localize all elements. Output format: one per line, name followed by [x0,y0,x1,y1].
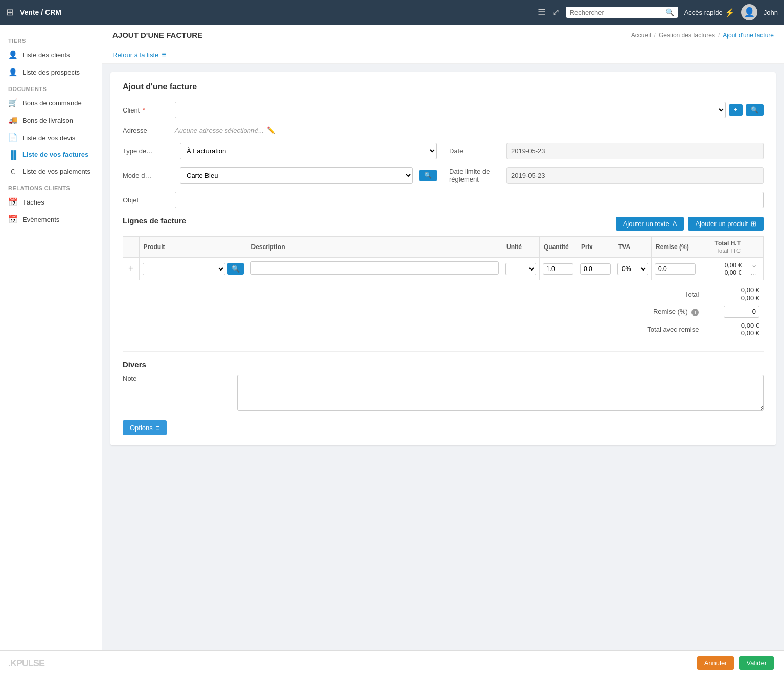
add-product-button[interactable]: Ajouter un produit ⊞ [688,217,764,231]
factures-icon: ▐▌ [8,150,17,159]
grid-icon[interactable]: ⊞ [6,7,14,18]
objet-input[interactable] [175,192,764,208]
sidebar-label-bons-commande: Bons de commande [22,99,82,107]
remise-input[interactable] [655,263,696,275]
col-total: Total H.T Total TTC [699,237,745,258]
divers-title: Divers [123,360,764,369]
row-total-cell: 0,00 € 0,00 € [699,258,745,280]
mode-search-button[interactable]: 🔍 [419,170,437,181]
sidebar-item-paiements[interactable]: € Liste de vos paiements [0,163,102,180]
product-select[interactable] [143,263,225,275]
sidebar-label-taches: Tâches [22,198,44,206]
cancel-button[interactable]: Annuler [697,656,734,670]
address-control: Aucune adresse sélectionné... ✏️ [175,126,764,134]
totals-table: Total 0,00 € 0,00 € Remise (%) i [620,284,764,339]
paiements-icon: € [8,167,17,176]
sidebar-item-clients[interactable]: 👤 Liste des clients [0,46,102,63]
remise-row: Remise (%) i [620,304,764,320]
note-textarea[interactable] [237,375,764,411]
date-input[interactable] [506,143,764,159]
sub-header: Retour à la liste ≡ [102,46,784,64]
table-header-row: Produit Description Unité Quantité Prix … [123,237,764,258]
global-remise-input[interactable] [724,306,759,318]
address-edit-icon[interactable]: ✏️ [267,126,275,134]
sidebar-label-evenements: Evènements [22,216,59,223]
type-col: Type de… À Facturation [123,143,437,159]
taches-icon: 📅 [8,197,17,207]
tva-select[interactable]: 0% [617,263,648,275]
avatar[interactable]: 👤 [741,4,757,20]
menu-icon[interactable]: ☰ [538,7,546,18]
options-label: Options [130,424,153,432]
sidebar-section-documents: DOCUMENTS 🛒 Bons de commande 🚚 Bons de l… [0,81,102,180]
totals-section: Total 0,00 € 0,00 € Remise (%) i [123,284,764,339]
sidebar-item-evenements[interactable]: 📅 Evènements [0,211,102,228]
product-search-button[interactable]: 🔍 [227,263,244,275]
quantity-input[interactable] [543,263,573,275]
sidebar-item-bons-livraison[interactable]: 🚚 Bons de livraison [0,111,102,129]
price-input[interactable] [580,263,611,275]
date-col: Date [449,143,764,159]
options-button[interactable]: Options ≡ [123,420,167,435]
breadcrumb-home[interactable]: Accueil [631,32,651,39]
clients-icon: 👤 [8,50,17,59]
unit-select[interactable] [505,263,536,275]
client-control: + 🔍 [175,102,764,118]
invoice-lines-section: Lignes de facture Ajouter un texte A Ajo… [123,216,764,339]
remise-info-icon: i [691,309,699,316]
search-input[interactable] [570,9,662,16]
description-input[interactable] [250,261,499,275]
evenements-icon: 📅 [8,215,17,224]
add-product-label: Ajouter un produit [695,220,748,228]
sidebar-item-bons-commande[interactable]: 🛒 Bons de commande [0,94,102,111]
sidebar-item-factures[interactable]: ▐▌ Liste de vos factures [0,146,102,163]
client-add-button[interactable]: + [729,104,743,116]
username: John [764,9,778,16]
text-icon: A [673,220,677,228]
sidebar-item-taches[interactable]: 📅 Tâches [0,193,102,211]
quick-access-label: Accès rapide [684,9,723,16]
add-text-button[interactable]: Ajouter un texte A [616,217,684,231]
bons-livraison-icon: 🚚 [8,116,17,125]
address-placeholder: Aucune adresse sélectionné... [175,127,264,134]
row-dots-icon[interactable]: ··· [751,271,757,278]
sidebar-item-devis[interactable]: 📄 Liste de vos devis [0,129,102,146]
devis-icon: 📄 [8,133,17,142]
col-row-actions [745,237,764,258]
breadcrumb-current[interactable]: Ajout d'une facture [723,32,774,39]
total-ht: 0,00 € 0,00 € [703,284,764,304]
note-label: Note [123,375,136,382]
back-link[interactable]: Retour à la liste ≡ [112,50,167,59]
col-quantity: Quantité [540,237,577,258]
footer-spacer [102,454,784,484]
client-search-button[interactable]: 🔍 [746,104,764,116]
page-title: AJOUT D'UNE FACTURE [112,31,202,39]
col-price: Prix [577,237,614,258]
mode-select[interactable]: Carte Bleu [180,167,413,184]
date-limit-input[interactable] [506,167,764,184]
required-star: * [141,106,145,114]
sidebar-label-devis: Liste de vos devis [22,134,75,142]
row-plus-button[interactable]: + [126,263,136,274]
invoice-table: Produit Description Unité Quantité Prix … [123,236,764,280]
type-select[interactable]: À Facturation [180,143,437,159]
sidebar-label-prospects: Liste des prospects [22,69,80,76]
mode-col: Mode d… Carte Bleu 🔍 [123,167,437,184]
search-box[interactable]: 🔍 [566,7,678,18]
sidebar-item-prospects[interactable]: 👤 Liste des prospects [0,63,102,81]
type-label: Type de… [123,147,174,155]
kpulse-logo: .KPULSE [8,658,44,669]
client-select[interactable] [175,102,726,118]
sidebar: TIERS 👤 Liste des clients 👤 Liste des pr… [0,25,102,650]
total-ttc-value: 0,00 € [702,269,742,276]
sidebar-section-tiers: TIERS 👤 Liste des clients 👤 Liste des pr… [0,33,102,81]
total-label: Total [620,284,703,304]
breadcrumb-sep-2: / [718,32,720,39]
expand-icon[interactable]: ⤢ [552,7,560,18]
search-icon[interactable]: 🔍 [665,8,674,16]
quick-access[interactable]: Accès rapide ⚡ [684,8,735,17]
validate-button[interactable]: Valider [739,656,774,670]
section-title-tiers: TIERS [0,33,102,46]
row-chevron-icon[interactable]: ⌄ [751,260,757,269]
breadcrumb-parent[interactable]: Gestion des factures [659,32,715,39]
